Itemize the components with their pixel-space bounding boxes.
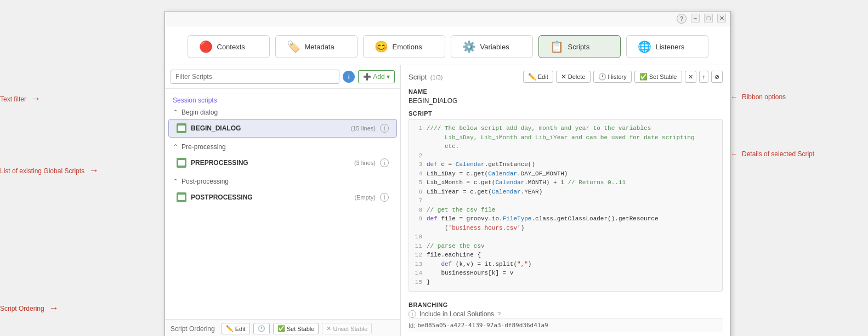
include-label: Include in Local Solutions [419, 310, 494, 318]
unset-stable-label: Unset Stable [333, 326, 367, 332]
edit-icon: ✏️ [528, 73, 536, 81]
name-value: BEGIN_DIALOG [409, 97, 723, 105]
add-label: Add ▾ [373, 73, 390, 81]
close-button[interactable]: ✕ [717, 14, 726, 22]
begin-dialog-item[interactable]: BEGIN_DIALOG (15 lines) i [168, 119, 397, 138]
nav-scripts[interactable]: 📋 Scripts [538, 35, 621, 58]
set-stable-ribbon-button[interactable]: ✅ Set Stable [634, 71, 682, 83]
script-icon [177, 123, 186, 133]
chevron-icon: ⌃ [173, 143, 178, 151]
code-line-11: 11 // parse the csv [413, 242, 718, 251]
delete-ribbon-button[interactable]: ✕ Delete [556, 71, 591, 83]
ribbon-buttons: ✏️ Edit ✕ Delete 🕐 History ✅ [523, 71, 723, 83]
right-panel: Script (1/3) ✏️ Edit ✕ Delete � [401, 65, 730, 336]
nav-contexts[interactable]: 🔴 Contexts [188, 35, 270, 58]
edit-ribbon-button[interactable]: ✏️ Edit [523, 71, 553, 83]
bottom-edit-button[interactable]: ✏️ Edit [222, 323, 250, 334]
include-row: i Include in Local Solutions ? [409, 310, 723, 318]
nav-metadata-label: Metadata [305, 43, 334, 51]
branching-section: Branching i Include in Local Solutions ? [409, 301, 723, 318]
bottom-set-stable-button[interactable]: ✅ Set Stable [273, 323, 319, 334]
delete-icon: ✕ [561, 73, 566, 81]
code-line-10: 10 [413, 232, 718, 242]
annotation-ribbon: ← Ribbon options [731, 93, 868, 101]
name-label: Name [409, 88, 723, 95]
close-ribbon-button[interactable]: ✕ [685, 71, 696, 83]
script-meta: (Empty) [355, 194, 376, 201]
bottom-bar: Script Ordering ✏️ Edit 🕐 ✅ Set Stable ✕ [165, 319, 400, 336]
id-bar: Id: be085a05-a422-4139-97a3-df89d36d41a9 [409, 318, 723, 332]
history-icon: 🕐 [258, 325, 265, 332]
script-info-icon[interactable]: i [380, 158, 389, 167]
preprocessing-header[interactable]: ⌃ Pre-processing [165, 141, 400, 153]
unset-stable-icon: ✕ [326, 325, 331, 332]
id-label: Id: [409, 322, 415, 329]
nav-emotions-label: Emotions [393, 43, 422, 51]
history-ribbon-button[interactable]: 🕐 History [593, 71, 632, 83]
annotation-label: Text filter [0, 95, 26, 103]
begin-dialog-header[interactable]: ⌃ Begin dialog [165, 106, 400, 118]
script-icon [177, 192, 186, 202]
code-line-15: 15 } [413, 278, 718, 287]
left-annotations: Text filter → List of existing Global Sc… [0, 11, 164, 314]
preprocessing-item[interactable]: PREPROCESSING (3 lines) i [168, 153, 397, 172]
maximize-button[interactable]: □ [704, 14, 713, 22]
nav-metadata[interactable]: 🏷️ Metadata [275, 35, 358, 58]
code-line-12: 12 file.eachLine { [413, 250, 718, 260]
minimize-button[interactable]: − [691, 14, 700, 22]
nav-emotions[interactable]: 😊 Emotions [363, 35, 445, 58]
edit-label: Edit [235, 326, 246, 332]
edit-icon: ✏️ [226, 325, 234, 332]
chevron-icon: ⌃ [173, 178, 178, 185]
script-info-icon[interactable]: i [380, 193, 389, 202]
code-line-8: 8 // get the csv file [413, 206, 718, 215]
nav-variables[interactable]: ⚙️ Variables [451, 35, 533, 58]
code-line-13: 13 def (k,v) = it.split(",") [413, 260, 718, 269]
script-info-icon[interactable]: i [380, 124, 389, 133]
script-label: Script [409, 110, 723, 117]
nav-listeners[interactable]: 🌐 Listeners [626, 35, 708, 58]
script-icon-inner [178, 160, 185, 166]
add-script-button[interactable]: ➕ Add ▾ [358, 70, 395, 83]
metadata-icon: 🏷️ [287, 40, 300, 53]
filter-scripts-input[interactable] [171, 70, 339, 84]
annotation-label: List of existing Global Scripts [0, 167, 84, 175]
script-meta: (15 lines) [351, 125, 376, 132]
code-line-14: 14 businessHours[k] = v [413, 269, 718, 278]
main-window: ? − □ ✕ 🔴 Contexts 🏷️ Metadata 😊 Emotion… [164, 11, 731, 336]
script-icon-inner [178, 126, 185, 131]
nav-variables-label: Variables [480, 43, 509, 51]
nav-scripts-label: Scripts [568, 43, 590, 51]
id-value: be085a05-a422-4139-97a3-df89d36d41a9 [417, 322, 548, 329]
annotation-global-scripts: List of existing Global Scripts → [0, 165, 164, 176]
script-title-label: Script [409, 73, 427, 81]
postprocessing-header[interactable]: ⌃ Post-processing [165, 175, 400, 187]
script-name: POSTPROCESSING [191, 193, 350, 201]
annotation-script-ordering: Script Ordering → [0, 303, 164, 314]
lower-area: i ➕ Add ▾ Session scripts ⌃ Begin dialog [165, 65, 730, 336]
set-stable-icon: ✅ [639, 73, 648, 81]
code-line-1c: etc. [413, 142, 718, 151]
bottom-unset-stable-button[interactable]: ✕ Unset Stable [322, 323, 372, 334]
down-ribbon-button[interactable]: ⊘ [711, 71, 723, 83]
preprocessing-label: Pre-processing [181, 143, 226, 151]
script-ordering-label: Script Ordering [171, 325, 215, 333]
bottom-history-button[interactable]: 🕐 [253, 323, 270, 334]
left-panel: i ➕ Add ▾ Session scripts ⌃ Begin dialog [165, 65, 401, 336]
script-icon [177, 158, 186, 168]
arrow-icon: ← [731, 93, 737, 101]
emotions-icon: 😊 [375, 40, 388, 53]
filter-info-button[interactable]: i [343, 71, 355, 83]
up-ribbon-button[interactable]: ↑ [699, 71, 709, 83]
postprocessing-item[interactable]: POSTPROCESSING (Empty) i [168, 188, 397, 207]
history-label: History [608, 73, 627, 80]
annotation-details: ← Details of selected Script [731, 150, 868, 158]
postprocessing-group: ⌃ Post-processing POSTPROCESSING (Empty)… [165, 175, 400, 207]
edit-label: Edit [538, 73, 548, 80]
script-section: Script 1 //// The below script add day, … [409, 110, 723, 292]
help-button[interactable]: ? [677, 14, 687, 24]
annotation-label: Details of selected Script [742, 150, 814, 158]
help-mark: ? [497, 311, 501, 317]
preprocessing-group: ⌃ Pre-processing PREPROCESSING (3 lines)… [165, 141, 400, 172]
set-stable-label: Set Stable [649, 73, 677, 80]
